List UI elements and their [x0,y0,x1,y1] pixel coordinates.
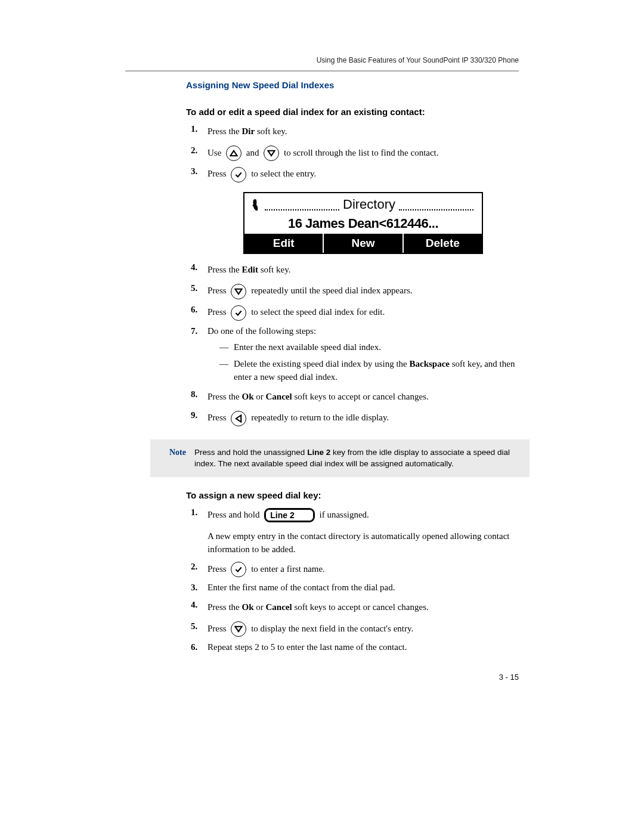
screen-header: Directory [343,195,395,214]
step-9: 9. Press repeatedly to return to the idl… [191,409,519,426]
section-title: Assigning New Speed Dial Indexes [186,80,519,90]
steps-list-2: 1. Press and hold Line 2 if unassigned. … [191,506,519,654]
step-4: 4. Press the Ok or Cancel soft keys to a… [191,599,519,616]
procedure-title-2: To assign a new speed dial key: [186,490,519,500]
step-2: 2. Use and to scroll through the list to… [191,144,519,162]
header-rule [125,70,519,72]
phone-screen: Directory 16 James Dean<612446... Edit N… [243,192,483,254]
page-number: 3 - 15 [499,673,519,682]
check-icon [231,305,246,321]
step-2: 2. Press to enter a first name. [191,561,519,578]
softkey-row: Edit New Delete [244,234,482,253]
step-3: 3. Enter the first name of the contact f… [191,581,519,594]
note-block: Note Press and hold the unassigned Line … [150,439,530,477]
step-1: 1. Press the Dir soft key. [191,123,519,140]
step-4: 4. Press the Edit soft key. [191,261,519,278]
check-icon [231,562,246,577]
running-head: Using the Basic Features of Your SoundPo… [317,56,519,64]
step-8: 8. Press the Ok or Cancel soft keys to a… [191,388,519,405]
steps-list-1: 1. Press the Dir soft key. 2. Use and to… [191,123,519,426]
softkey-delete[interactable]: Delete [404,234,482,253]
step-3: 3. Press to select the entry. Directory [191,165,519,254]
down-arrow-icon [231,284,246,299]
note-text: Press and hold the unassigned Line 2 key… [194,447,519,470]
substep-1: Enter the next available speed dial inde… [219,341,519,354]
up-arrow-icon [226,145,242,161]
step-6: 6. Press to select the speed dial index … [191,304,519,321]
down-arrow-icon [264,145,279,161]
note-label: Note [150,447,194,470]
down-arrow-icon [231,621,246,637]
left-arrow-icon [231,411,246,426]
step-1-paragraph: A new empty entry in the contact directo… [208,530,519,556]
substeps: Enter the next available speed dial inde… [219,341,519,383]
handset-icon [249,198,261,211]
step-6: 6. Repeat steps 2 to 5 to enter the last… [191,641,519,654]
check-icon [231,167,246,182]
step-1: 1. Press and hold Line 2 if unassigned. … [191,506,519,556]
line2-key-icon: Line 2 [264,508,314,522]
dotted-separator [265,209,339,210]
screen-entry-row: 16 James Dean<612446... [244,214,482,234]
procedure-title-1: To add or edit a speed dial index for an… [186,107,519,117]
phone-screen-figure: Directory 16 James Dean<612446... Edit N… [208,192,519,254]
dotted-separator [399,209,473,210]
step-7: 7. Do one of the following steps: Enter … [191,325,519,384]
softkey-new[interactable]: New [324,234,403,253]
substep-2: Delete the existing speed dial index by … [219,358,519,384]
page: Using the Basic Features of Your SoundPo… [0,0,644,833]
step-5: 5. Press repeatedly until the speed dial… [191,282,519,299]
step-5: 5. Press to display the next field in th… [191,620,519,637]
softkey-edit[interactable]: Edit [244,234,324,253]
